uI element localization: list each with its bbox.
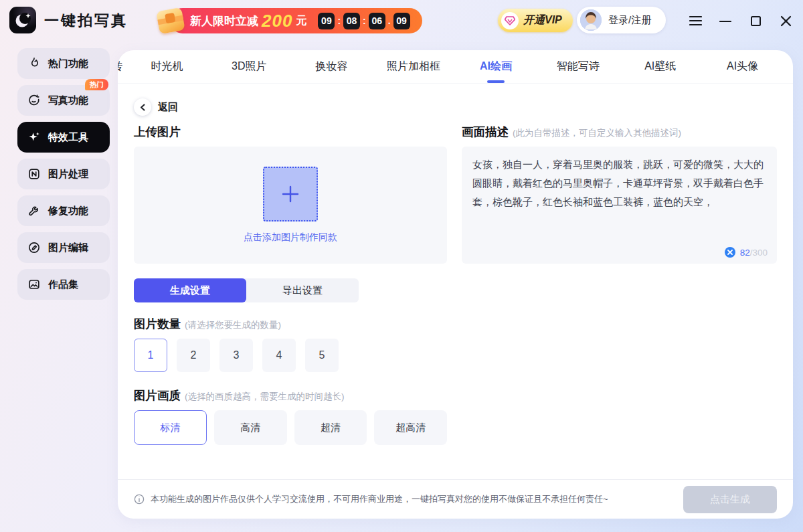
disclaimer-text: 本功能生成的图片作品仅供个人学习交流使用，不可用作商业用途，一键拍写真对您的使用… [151, 493, 608, 505]
back-label: 返回 [158, 101, 178, 114]
nav-tab-ai-avatar[interactable]: AI头像 [701, 60, 784, 74]
back-button[interactable]: 返回 [134, 84, 777, 116]
quantity-options: 1 2 3 4 5 [134, 339, 447, 372]
upload-dropzone[interactable] [263, 167, 318, 221]
footer-bar: 本功能生成的图片作品仅供个人学习交流使用，不可用作商业用途，一键拍写真对您的使用… [118, 479, 793, 519]
main-panel: 转 时光机 3D照片 换妆容 照片加相框 AI绘画 智能写诗 AI壁纸 AI头像… [118, 50, 793, 519]
sidebar-item-repair-features[interactable]: 修复功能 [17, 195, 110, 226]
generate-button[interactable]: 点击生成 [683, 486, 777, 513]
gallery-icon [27, 277, 41, 292]
quality-note: (选择的画质越高，需要生成的时间越长) [185, 391, 345, 403]
quality-option-suhd[interactable]: 超高清 [374, 410, 447, 445]
char-limit: /300 [750, 248, 768, 258]
info-icon [134, 494, 145, 505]
wrench-icon [27, 203, 41, 218]
window-controls [689, 14, 792, 27]
flame-icon [27, 56, 41, 71]
back-chevron-icon [134, 98, 151, 116]
sidebar-item-label: 图片编辑 [48, 242, 88, 254]
app-title: 一键拍写真 [44, 11, 128, 31]
sidebar-item-image-processing[interactable]: 图片处理 [17, 159, 110, 189]
nav-tab-clipped[interactable]: 转 [118, 60, 126, 74]
close-icon[interactable] [779, 14, 792, 27]
nav-tab-ai-painting[interactable]: AI绘画 [455, 60, 537, 74]
sidebar-item-hot-features[interactable]: 热门功能 [17, 48, 110, 79]
quality-option-hd[interactable]: 高清 [214, 410, 287, 445]
maximize-icon[interactable] [749, 14, 762, 27]
description-text[interactable]: 女孩，独自一人，穿着马里奥的服装，跳跃，可爱的微笑，大大的圆眼睛，戴着红色的马里… [472, 155, 766, 211]
sidebar-item-label: 作品集 [48, 278, 78, 291]
quantity-option-2[interactable]: 2 [177, 339, 210, 372]
description-textarea[interactable]: 女孩，独自一人，穿着马里奥的服装，跳跃，可爱的微笑，大大的圆眼睛，戴着红色的马里… [462, 147, 777, 264]
countdown-seconds: 06 [369, 13, 385, 29]
quantity-option-4[interactable]: 4 [262, 339, 296, 372]
promo-text: 新人限时立减 [190, 13, 258, 29]
quality-title: 图片画质 [134, 387, 181, 404]
top-nav: 转 时光机 3D照片 换妆容 照片加相框 AI绘画 智能写诗 AI壁纸 AI头像 [118, 50, 793, 84]
gift-icon [153, 3, 188, 38]
nav-tab-ai-wallpaper[interactable]: AI壁纸 [619, 60, 701, 74]
quantity-option-5[interactable]: 5 [305, 339, 339, 372]
titlebar: 一键拍写真 新人限时立减 200 元 09 : 08 : 06 . 09 开通V… [0, 0, 803, 41]
sidebar-item-image-edit[interactable]: 图片编辑 [17, 232, 110, 263]
nav-tab-photo-frame[interactable]: 照片加相框 [373, 60, 455, 74]
sidebar-item-portfolio[interactable]: 作品集 [17, 269, 110, 300]
hot-badge: 热门 [85, 79, 108, 90]
description-title: 画面描述 [462, 124, 509, 140]
countdown-centiseconds: 09 [393, 13, 410, 29]
countdown-separator: : [363, 15, 366, 26]
countdown-separator: . [388, 15, 391, 26]
quality-options: 标清 高清 超清 超高清 [134, 410, 447, 445]
countdown-separator: : [337, 15, 341, 26]
image-process-icon [27, 167, 41, 181]
sidebar-item-effect-tools[interactable]: 特效工具 [17, 122, 110, 153]
char-counter: 82/300 [725, 247, 768, 258]
quantity-title: 图片数量 [134, 316, 181, 332]
sidebar-item-label: 写真功能 [48, 94, 88, 107]
tab-generate-settings[interactable]: 生成设置 [134, 278, 246, 302]
minimize-icon[interactable] [719, 14, 732, 27]
sidebar-item-label: 特效工具 [48, 131, 88, 144]
quality-option-sd[interactable]: 标清 [134, 410, 207, 445]
quantity-option-1[interactable]: 1 [134, 339, 167, 372]
sidebar-item-label: 图片处理 [48, 168, 88, 181]
promo-amount: 200 [262, 11, 292, 31]
upload-hint[interactable]: 点击添加图片制作同款 [244, 232, 337, 244]
plus-icon [280, 184, 300, 204]
portrait-refresh-icon [27, 93, 41, 108]
nav-tab-makeup[interactable]: 换妆容 [290, 60, 373, 74]
promo-banner[interactable]: 新人限时立减 200 元 09 : 08 : 06 . 09 [170, 8, 422, 33]
login-register-button[interactable]: 登录/注册 [577, 7, 666, 33]
tab-export-settings[interactable]: 导出设置 [246, 278, 359, 302]
sidebar-item-label: 热门功能 [48, 58, 88, 70]
vip-gem-icon [501, 12, 519, 29]
vip-label: 开通VIP [523, 13, 562, 27]
content-area: 返回 上传图片 点击添加图片制作同款 [118, 84, 793, 479]
app-logo-icon [9, 7, 36, 33]
quantity-option-3[interactable]: 3 [219, 339, 253, 372]
sidebar: 热门功能 热门 写真功能 特效工具 图片处理 [17, 48, 110, 300]
pencil-circle-icon [27, 240, 41, 255]
nav-tab-ai-poetry[interactable]: 智能写诗 [537, 60, 619, 74]
clear-text-icon[interactable] [725, 247, 735, 258]
sparkles-icon [27, 130, 41, 145]
description-note: (此为自带描述，可自定义输入其他描述词) [513, 127, 681, 139]
menu-icon[interactable] [689, 14, 702, 27]
sidebar-item-label: 修复功能 [48, 205, 88, 217]
promo-unit: 元 [296, 14, 306, 28]
countdown-minutes: 08 [343, 13, 360, 29]
quantity-note: (请选择您要生成的数量) [185, 319, 281, 331]
nav-tab-time-machine[interactable]: 时光机 [126, 60, 208, 74]
upload-panel: 点击添加图片制作同款 [134, 147, 447, 264]
avatar [580, 9, 602, 31]
settings-tabs: 生成设置 导出设置 [134, 278, 359, 302]
char-count: 82 [740, 248, 750, 258]
nav-tab-3d-photo[interactable]: 3D照片 [208, 60, 290, 74]
countdown-timer: 09 : 08 : 06 . 09 [318, 13, 410, 29]
sidebar-item-portrait-features[interactable]: 热门 写真功能 [17, 85, 110, 116]
countdown-hours: 09 [318, 13, 335, 29]
quality-option-uhd[interactable]: 超清 [294, 410, 367, 445]
upload-title: 上传图片 [134, 124, 181, 140]
open-vip-button[interactable]: 开通VIP [498, 9, 573, 32]
login-label: 登录/注册 [608, 14, 651, 27]
